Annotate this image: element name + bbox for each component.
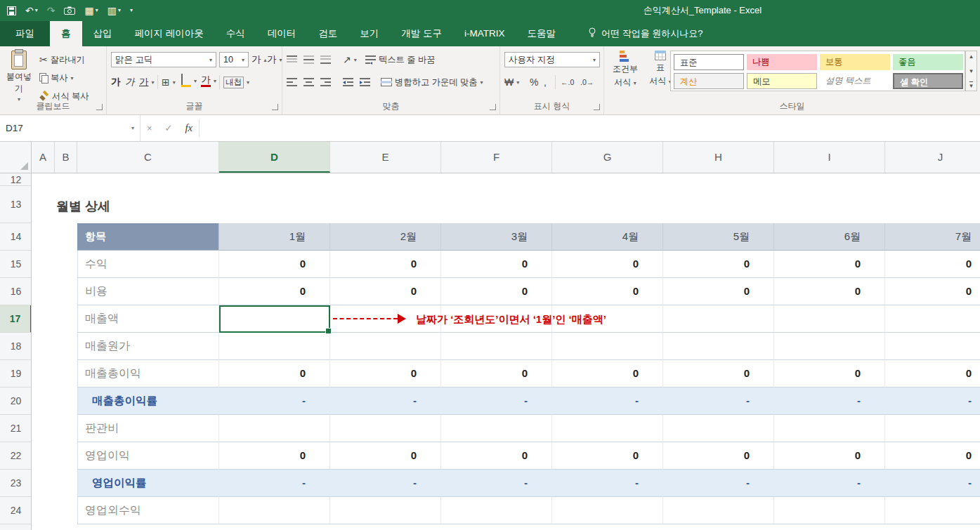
clipboard-dialog-launcher[interactable] [96, 104, 103, 110]
tab-홈[interactable]: 홈 [50, 21, 82, 46]
cell-H20[interactable]: - [663, 387, 774, 415]
cell-C19[interactable]: 매출총이익 [77, 360, 219, 387]
copy-button[interactable]: 복사▾ [39, 70, 74, 86]
cell-F14[interactable]: 3월 [441, 223, 552, 251]
cell-G24[interactable] [552, 497, 663, 524]
cell-F22[interactable]: 0 [441, 442, 552, 470]
name-box-dropdown-icon[interactable]: ▾ [131, 125, 134, 131]
row-header-18[interactable]: 18 [0, 333, 32, 360]
cell-D15[interactable]: 0 [219, 251, 330, 278]
cell-H19[interactable]: 0 [663, 360, 774, 387]
row-header-20[interactable]: 20 [0, 387, 32, 415]
cell-E23[interactable]: - [330, 470, 441, 497]
italic-button[interactable]: 가 [125, 74, 135, 90]
cell-E18[interactable] [330, 333, 441, 360]
cell-H24[interactable] [663, 497, 774, 524]
tab-수식[interactable]: 수식 [215, 21, 256, 46]
row-header-23[interactable]: 23 [0, 470, 32, 497]
row-header-19[interactable]: 19 [0, 360, 32, 387]
align-center-button[interactable] [303, 74, 314, 90]
cell-E24[interactable] [330, 497, 441, 524]
select-all-corner[interactable] [0, 142, 32, 173]
undo-caret-icon[interactable]: ▾ [35, 0, 38, 21]
cell-style-note[interactable]: 메모 [747, 73, 817, 89]
redo-button[interactable]: ↷ [47, 0, 55, 21]
cell-E21[interactable] [330, 415, 441, 442]
cell-D23[interactable]: - [219, 470, 330, 497]
tab-도움말[interactable]: 도움말 [516, 21, 568, 46]
row-header-15[interactable]: 15 [0, 251, 32, 278]
cell-J18[interactable] [885, 333, 980, 360]
cell-D22[interactable]: 0 [219, 442, 330, 470]
number-dialog-launcher[interactable] [594, 104, 600, 110]
tab-i-MATRIX[interactable]: i-MATRIX [453, 21, 516, 46]
accounting-format-button[interactable]: ₩▾ [504, 74, 519, 90]
column-header-H[interactable]: H [663, 142, 774, 173]
cell-D18[interactable] [219, 333, 330, 360]
table-tool-button[interactable]: ▦▾ [84, 0, 98, 21]
decrease-decimal-button[interactable]: .0→ [580, 74, 594, 90]
cell-J14[interactable]: 7월 [885, 223, 980, 251]
name-box[interactable]: D17 ▾ [0, 115, 141, 141]
cell-H21[interactable] [663, 415, 774, 442]
paste-button[interactable]: 붙여넣기 ▾ [3, 51, 35, 102]
cell-F21[interactable] [441, 415, 552, 442]
cell-C24[interactable]: 영업외수익 [77, 497, 219, 524]
percent-style-button[interactable]: % [530, 74, 538, 90]
grow-font-button[interactable]: 가▴ [251, 52, 267, 67]
cell-F23[interactable]: - [441, 470, 552, 497]
merge-center-button[interactable]: 병합하고 가운데 맞춤▾ [381, 74, 483, 90]
column-header-I[interactable]: I [774, 142, 885, 173]
cell-G22[interactable]: 0 [552, 442, 663, 470]
row-header-16[interactable]: 16 [0, 278, 32, 305]
row-header-22[interactable]: 22 [0, 442, 32, 470]
cell-G18[interactable] [552, 333, 663, 360]
cell-I19[interactable]: 0 [774, 360, 885, 387]
cell-G19[interactable]: 0 [552, 360, 663, 387]
cell-C21[interactable]: 판관비 [77, 415, 219, 442]
cell-G16[interactable]: 0 [552, 278, 663, 305]
cell-H22[interactable]: 0 [663, 442, 774, 470]
column-header-D[interactable]: D [219, 142, 330, 173]
layout-tool-button[interactable]: ▥▾ [107, 0, 121, 21]
cell-style-check[interactable]: 셀 확인 [893, 73, 963, 89]
row-header-21[interactable]: 21 [0, 415, 32, 442]
cell-J19[interactable]: 0 [885, 360, 980, 387]
cell-J15[interactable]: 0 [885, 251, 980, 278]
cell-I18[interactable] [774, 333, 885, 360]
tab-검토[interactable]: 검토 [307, 21, 348, 46]
cancel-button[interactable]: × [141, 115, 159, 141]
formula-input[interactable] [200, 115, 980, 141]
cell-F15[interactable]: 0 [441, 251, 552, 278]
cell-G15[interactable]: 0 [552, 251, 663, 278]
cell-C14[interactable]: 항목 [77, 223, 219, 251]
font-name-combo[interactable]: 맑은 고딕▾ [111, 52, 216, 67]
cut-button[interactable]: ✂잘라내기 [39, 52, 85, 67]
comma-style-button[interactable]: , [544, 74, 547, 90]
cell-D21[interactable] [219, 415, 330, 442]
cell-E20[interactable]: - [330, 387, 441, 415]
cell-C22[interactable]: 영업이익 [77, 442, 219, 470]
cell-G21[interactable] [552, 415, 663, 442]
cell-C23[interactable]: 영업이익률 [77, 470, 219, 497]
cell-E16[interactable]: 0 [330, 278, 441, 305]
cell-J21[interactable] [885, 415, 980, 442]
shrink-font-button[interactable]: 가▾ [267, 52, 282, 67]
font-color-button[interactable]: 가▾ [201, 73, 216, 88]
cell-I17[interactable] [774, 305, 885, 333]
row-header-14[interactable]: 14 [0, 223, 32, 251]
cell-J17[interactable] [885, 305, 980, 333]
phonetic-button[interactable]: 내첩▾ [223, 74, 249, 90]
increase-indent-button[interactable] [360, 74, 370, 90]
tab-개발 도구[interactable]: 개발 도구 [390, 21, 453, 46]
alignment-dialog-launcher[interactable] [490, 104, 496, 110]
cell-I22[interactable]: 0 [774, 442, 885, 470]
align-right-button[interactable] [320, 74, 331, 90]
cell-style-explanatory[interactable]: 설명 텍스트 [820, 73, 890, 89]
column-header-J[interactable]: J [885, 142, 980, 173]
align-middle-button[interactable] [303, 52, 314, 67]
underline-button[interactable]: 가▾ [139, 74, 155, 90]
cell-C18[interactable]: 매출원가 [77, 333, 219, 360]
column-header-G[interactable]: G [552, 142, 663, 173]
cell-J23[interactable]: - [885, 470, 980, 497]
